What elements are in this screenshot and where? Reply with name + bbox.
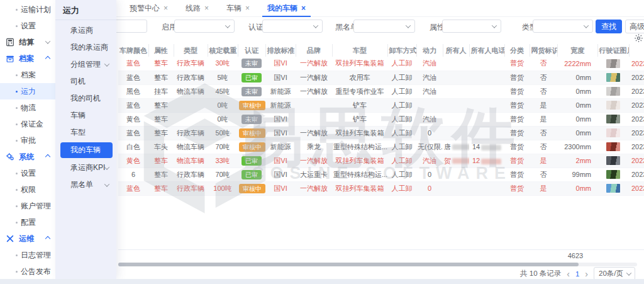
cell-date: 2023- [629,140,644,154]
sidebar-section-档案[interactable]: 档案 [0,50,55,67]
license-photo-thumbnail[interactable] [606,115,620,123]
summary-total: 4623 [557,252,594,259]
sidebar-item-权限[interactable]: 权限 [0,181,55,198]
status-badge: 未审 [242,115,262,124]
search-button[interactable]: 查找 [596,20,622,33]
sidebar-item-审批[interactable]: 审批 [0,132,55,149]
sidebar-item-配置[interactable]: 配置 [0,214,55,230]
table-row[interactable]: 蓝色整车行政车辆100吨审核中国VI一汽解放双挂列车集装箱人工卸0普货是0mm2… [118,181,644,195]
sidebar-item-label: 物流 [21,103,36,113]
bullet-dot [16,123,18,125]
filter-select-认证[interactable] [262,20,323,33]
status-badge: 已审 [242,156,262,166]
sidebar-section-运维[interactable]: 运维 [0,230,55,247]
sidebar-item-设置[interactable]: 设置 [0,165,55,181]
sidebar-item-label: 档案 [21,70,36,81]
column-header-类型: 类型 [174,44,208,57]
sidebar-item-设置[interactable]: 设置 [0,18,55,34]
table-row[interactable]: 6整车行政车辆70吨已审国VI大运重卡重型特殊结构运...人工卸0普货否99mm… [118,168,644,181]
bullet-dot [16,9,18,11]
cell-width: 0mm [557,126,597,140]
column-header-所有人电话: 所有人电话 [469,44,504,57]
license-photo-thumbnail[interactable] [606,73,620,82]
sidebar-section-结算[interactable]: 结算 [0,34,55,50]
prev-page-icon[interactable]: ‹ [567,270,570,278]
blurred-text [481,159,501,164]
table-settings-gear-icon[interactable] [634,33,643,43]
horizontal-scrollbar-track[interactable] [118,263,637,266]
license-photo-thumbnail[interactable] [606,142,620,151]
filter-select-启用[interactable] [174,20,235,33]
sidebar-item-物流[interactable]: 物流 [0,99,55,116]
table-row[interactable]: 蓝色整车行政车辆5吨已审国VI一汽解放农用车人工卸汽油普货否0mm2023- [118,71,644,84]
sidebar-item-保证金[interactable]: 保证金 [0,116,55,132]
cell-width: 0mm [557,84,597,98]
table-row[interactable]: 蓝色整车行政车辆30吨未审国VI一汽解放双挂列车集装箱人工卸汽油普货否2222m… [118,57,644,71]
filter-select-属性[interactable] [442,20,501,33]
table-row[interactable]: 蓝色整车行政车辆50吨审核中国VI一汽解放双挂列车集装箱人工卸0普货否0mm20… [118,126,644,140]
submenu-item-label: 分组管理 [70,60,101,69]
table-row[interactable]: 白色车头物流车辆70吨审核中新能源乘龙重型特殊结构运...人工卸无(仅限...唐… [118,140,644,154]
submenu-item-label: 承运商 [70,26,93,35]
archive-icon [6,54,14,63]
license-photo-thumbnail[interactable] [606,170,620,179]
close-icon[interactable]: × [301,4,306,12]
cell-date: 2023- [629,98,644,112]
sidebar-item-label: 日志管理 [21,250,51,261]
cell-date: 2023- [629,126,644,140]
submenu-item-黑名单[interactable]: 黑名单 [55,176,116,193]
sidebar-item-运输计划[interactable]: 运输计划 [0,1,55,18]
summary-divider [118,249,644,250]
chevron-down-icon [584,23,589,28]
sidebar-section-label: 运维 [19,234,34,244]
current-page-number[interactable]: 1 [575,270,579,278]
tab-车辆[interactable]: 车辆× [226,0,250,17]
table-row[interactable]: 黄色整车物流车辆33吨已审国VI一汽解放双挂列车集装箱人工卸汽油贺12普货是2m… [118,154,644,168]
table-row[interactable]: 黄色整车0吨未审国VI铲车人工卸汽油普货是0mm2023- [118,112,644,126]
license-photo-thumbnail[interactable] [606,184,620,193]
submenu-item-车型[interactable]: 车型 [55,124,116,141]
submenu-item-承运商[interactable]: 承运商 [55,22,116,39]
filter-select-黑名单[interactable] [353,20,415,33]
cell-width: 99mm [557,168,597,181]
close-icon[interactable]: × [164,4,168,12]
license-photo-thumbnail[interactable] [606,156,620,165]
page-size-select[interactable]: 20条/页 [594,267,635,280]
license-photo-thumbnail[interactable] [606,128,620,137]
table-row[interactable]: 黑色挂车物流车辆45吨未审新能源一汽解放重型专项作业车人工卸汽油普货否0mm20… [118,84,644,98]
advanced-button[interactable]: 高级 [625,20,644,33]
sidebar-item-账户管理[interactable]: 账户管理 [0,198,55,214]
license-photo-thumbnail[interactable] [606,101,620,110]
tab-label: 车辆 [226,3,242,14]
license-photo-thumbnail[interactable] [606,87,620,96]
table-row[interactable]: 蓝色整车0吨审核中新能源铲车人工卸普货是0mm2023- [118,98,644,112]
submenu-item-承运商KPI[interactable]: 承运商KPI [55,159,116,176]
bullet-dot [16,173,18,174]
column-header-核定载重: 核定载重 [208,44,238,57]
tab-线路[interactable]: 线路× [186,0,209,17]
sidebar-item-档案[interactable]: 档案 [0,67,55,83]
status-badge: 审核中 [239,142,265,152]
sidebar-item-公告发布[interactable]: 公告发布 [0,263,55,280]
tab-我的车辆[interactable]: 我的车辆× [267,0,306,17]
next-page-icon[interactable]: › [585,270,588,278]
submenu-item-label: 我的司机 [70,94,101,103]
filter-select-value [263,22,267,31]
horizontal-scrollbar-thumb[interactable] [118,263,579,266]
close-icon[interactable]: × [245,4,250,12]
submenu-item-我的司机[interactable]: 我的司机 [55,90,116,107]
tab-预警中心[interactable]: 预警中心× [130,0,168,17]
sidebar-item-运力[interactable]: 运力 [0,83,55,99]
submenu-item-分组管理[interactable]: 分组管理 [55,56,116,73]
sidebar-item-日志管理[interactable]: 日志管理 [0,247,55,263]
filter-select-类型[interactable] [533,20,593,33]
redacted-cell: 贺 [443,154,469,168]
cell-width: 0mm [557,71,597,84]
close-icon[interactable]: × [204,4,209,12]
sidebar-section-系统[interactable]: 系统 [0,149,55,165]
submenu-item-我的承运商[interactable]: 我的承运商 [55,39,116,56]
license-photo-thumbnail[interactable] [606,59,620,68]
submenu-item-我的车辆[interactable]: 我的车辆 [60,142,113,158]
submenu-item-司机[interactable]: 司机 [55,73,116,90]
submenu-item-车辆[interactable]: 车辆 [55,107,116,124]
